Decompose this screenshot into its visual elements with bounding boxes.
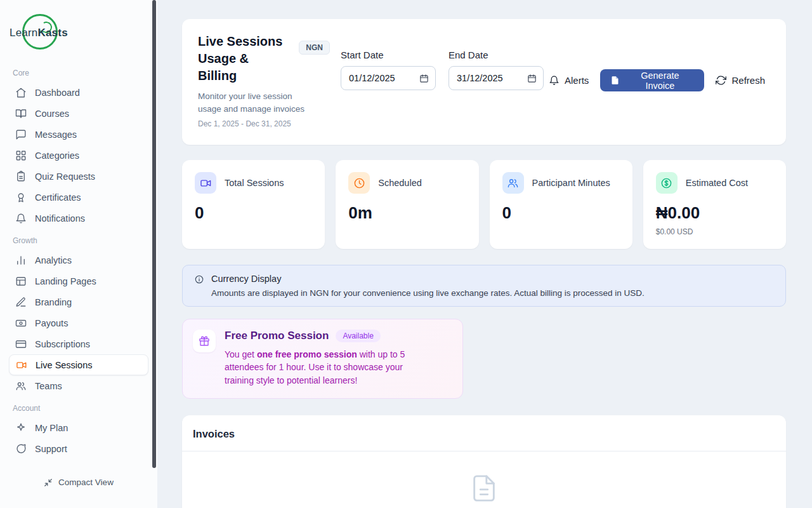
sidebar-item-certificates[interactable]: Certificates — [9, 187, 148, 208]
invoices-card: Invoices No invoices generated yet Gener… — [182, 415, 786, 508]
users-icon — [15, 380, 27, 392]
sidebar-item-payouts[interactable]: Payouts — [9, 312, 148, 333]
sidebar-item-notifications[interactable]: Notifications — [9, 208, 148, 229]
stat-value: 0m — [348, 203, 466, 223]
logo: LearnKasts — [0, 6, 157, 61]
sidebar-item-quiz-requests[interactable]: Quiz Requests — [9, 166, 148, 187]
free-promo-card: Free Promo Session Available You get one… — [182, 319, 463, 399]
sidebar-nav: Core Dashboard Courses Messages Categori… — [0, 69, 157, 459]
award-icon — [15, 192, 27, 203]
page-header-card: Live Sessions Usage & Billing NGN Monito… — [182, 19, 786, 145]
info-icon — [194, 274, 204, 298]
section-label-core: Core — [13, 69, 145, 77]
stat-label: Estimated Cost — [686, 178, 748, 188]
sidebar-item-label: Notifications — [35, 213, 85, 224]
sidebar-item-dashboard[interactable]: Dashboard — [9, 82, 148, 103]
promo-body: You get one free promo session with up t… — [225, 348, 434, 387]
sidebar-footer: Compact View — [0, 478, 157, 487]
logo-text: LearnKasts — [10, 27, 68, 39]
header-actions: Alerts Generate Invoice Refresh — [544, 69, 770, 91]
gift-icon — [193, 330, 216, 352]
end-date-group: End Date 31/12/2025 — [449, 50, 544, 90]
calendar-icon[interactable] — [419, 74, 429, 83]
stat-label: Participant Minutes — [532, 178, 610, 188]
sidebar-item-branding[interactable]: Branding — [9, 291, 148, 312]
generate-invoice-label: Generate Invoice — [625, 70, 694, 91]
generate-invoice-button[interactable]: Generate Invoice — [600, 69, 704, 91]
sidebar-item-my-plan[interactable]: My Plan — [9, 417, 148, 438]
compact-view-button[interactable]: Compact View — [44, 478, 114, 487]
sidebar-item-label: My Plan — [35, 423, 68, 433]
invoices-header: Invoices — [182, 415, 786, 451]
invoices-title: Invoices — [193, 428, 235, 439]
compact-view-label: Compact View — [58, 478, 114, 487]
page-subtitle: Monitor your live session usage and mana… — [198, 90, 315, 115]
sidebar-item-label: Categories — [35, 150, 79, 161]
sidebar-scrollbar[interactable] — [152, 0, 156, 468]
stat-card-total-sessions: Total Sessions 0 — [182, 160, 325, 249]
participants-icon — [502, 172, 524, 194]
sidebar-item-messages[interactable]: Messages — [9, 124, 148, 145]
sidebar-item-label: Support — [35, 444, 67, 454]
sidebar-item-subscriptions[interactable]: Subscriptions — [9, 333, 148, 354]
promo-available-badge: Available — [336, 330, 380, 342]
sidebar-item-label: Live Sessions — [36, 360, 92, 370]
stat-card-estimated-cost: Estimated Cost ₦0.00 $0.00 USD — [643, 160, 786, 249]
support-chat-icon — [15, 443, 27, 455]
notice-title: Currency Display — [211, 274, 645, 284]
calendar-icon[interactable] — [527, 74, 537, 83]
app: LearnKasts Core Dashboard Courses Messag… — [0, 0, 812, 508]
stats-row: Total Sessions 0 Scheduled 0m Participan… — [182, 160, 786, 249]
sidebar-item-analytics[interactable]: Analytics — [9, 250, 148, 271]
book-icon — [15, 108, 27, 119]
sidebar-item-label: Branding — [35, 297, 72, 307]
bar-chart-icon — [15, 255, 27, 266]
start-date-input[interactable]: 01/12/2025 — [341, 66, 436, 90]
refresh-label: Refresh — [731, 75, 765, 86]
start-date-group: Start Date 01/12/2025 — [341, 50, 436, 90]
refresh-button[interactable]: Refresh — [710, 71, 770, 90]
sidebar-item-landing-pages[interactable]: Landing Pages — [9, 271, 148, 291]
page-title: Live Sessions Usage & Billing — [198, 33, 287, 84]
sidebar-item-label: Subscriptions — [35, 339, 90, 349]
clipboard-icon — [15, 171, 27, 182]
stat-value: 0 — [502, 203, 620, 223]
pen-icon — [15, 297, 27, 308]
sidebar-item-label: Landing Pages — [35, 276, 96, 286]
sidebar-item-label: Teams — [35, 381, 62, 391]
stat-value: ₦0.00 — [656, 203, 773, 223]
sidebar-item-label: Courses — [35, 109, 69, 119]
bell-icon — [15, 213, 27, 224]
sidebar-item-label: Analytics — [35, 255, 72, 265]
sparkle-icon — [15, 422, 27, 434]
stat-card-participant-minutes: Participant Minutes 0 — [490, 160, 632, 249]
title-column: Live Sessions Usage & Billing NGN Monito… — [198, 33, 330, 128]
end-date-value: 31/12/2025 — [457, 73, 503, 83]
sidebar-item-courses[interactable]: Courses — [9, 103, 148, 124]
alerts-label: Alerts — [565, 75, 589, 86]
notice-body: Amounts are displayed in NGN for your co… — [211, 288, 645, 298]
banknote-icon — [15, 318, 27, 329]
currency-notice-banner: Currency Display Amounts are displayed i… — [182, 265, 786, 307]
sidebar-item-label: Dashboard — [35, 88, 80, 98]
alerts-button[interactable]: Alerts — [544, 71, 594, 90]
promo-title: Free Promo Session — [225, 330, 329, 342]
sidebar-item-categories[interactable]: Categories — [9, 145, 148, 166]
end-date-label: End Date — [449, 50, 544, 60]
stat-value: 0 — [195, 203, 312, 223]
sidebar-item-label: Payouts — [35, 318, 68, 328]
sidebar-item-live-sessions[interactable]: Live Sessions — [9, 354, 148, 375]
title-row: Live Sessions Usage & Billing NGN — [198, 33, 330, 84]
sidebar: LearnKasts Core Dashboard Courses Messag… — [0, 0, 157, 508]
invoices-empty-state: No invoices generated yet Generate your … — [182, 451, 786, 508]
video-camera-icon — [195, 172, 216, 194]
sidebar-item-label: Certificates — [35, 192, 81, 203]
chat-bubble-icon — [15, 129, 27, 140]
sidebar-item-teams[interactable]: Teams — [9, 375, 148, 396]
credit-card-icon — [15, 338, 27, 350]
end-date-input[interactable]: 31/12/2025 — [449, 66, 544, 90]
sidebar-item-support[interactable]: Support — [9, 438, 148, 459]
stat-label: Total Sessions — [225, 178, 284, 188]
section-label-growth: Growth — [13, 236, 145, 245]
stat-subvalue: $0.00 USD — [656, 227, 773, 236]
